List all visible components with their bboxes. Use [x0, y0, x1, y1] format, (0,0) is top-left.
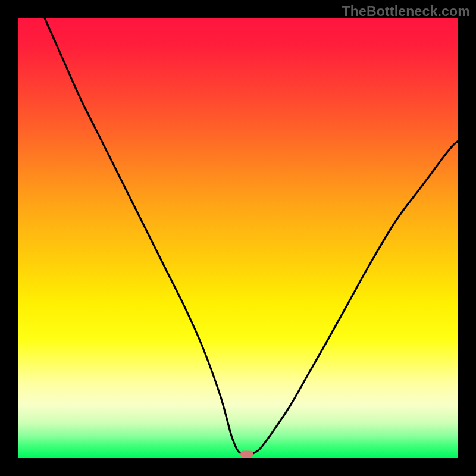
optimal-point-marker [240, 451, 253, 458]
bottleneck-curve [18, 18, 458, 458]
plot-area [18, 18, 458, 458]
chart-frame: TheBottleneck.com [0, 0, 476, 476]
watermark-text: TheBottleneck.com [342, 4, 470, 20]
